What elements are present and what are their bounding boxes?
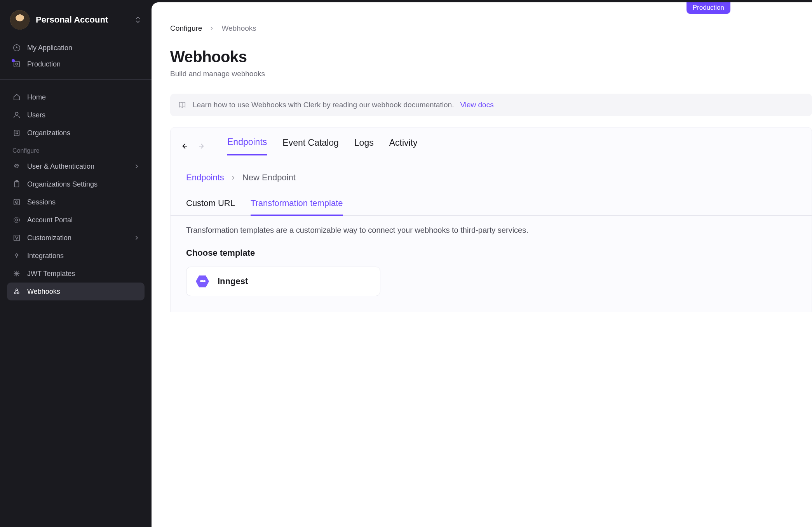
sidebar-item-label: Customization: [27, 234, 71, 242]
svg-rect-8: [17, 133, 18, 134]
webhook-icon: [12, 287, 21, 296]
svg-point-14: [14, 217, 20, 223]
account-switcher[interactable]: Personal Account: [0, 0, 152, 37]
main-content: Production Configure Webhooks Webhooks B…: [152, 2, 812, 527]
svg-point-17: [14, 292, 16, 294]
inner-crumb-endpoints[interactable]: Endpoints: [186, 173, 224, 183]
sidebar-item-label: Webhooks: [27, 288, 60, 296]
account-name: Personal Account: [36, 15, 128, 25]
sidebar-item-organizations[interactable]: Organizations: [7, 124, 145, 142]
tab-logs[interactable]: Logs: [354, 138, 374, 155]
inner-crumb-new-endpoint: New Endpoint: [242, 173, 296, 183]
organizations-icon: [12, 129, 21, 137]
panel-tabs: Endpoints Event Catalog Logs Activity: [171, 127, 812, 155]
sidebar-item-label: Home: [27, 93, 46, 101]
tab-endpoints[interactable]: Endpoints: [227, 137, 267, 155]
sidebar-item-label: User & Authentication: [27, 162, 94, 171]
svg-point-18: [17, 292, 19, 294]
sidebar-item-org-settings[interactable]: Organizations Settings: [7, 175, 145, 193]
template-card-inngest[interactable]: ••• Inngest: [186, 267, 380, 296]
jwt-icon: [12, 269, 21, 278]
sidebar-item-webhooks[interactable]: Webhooks: [7, 283, 145, 300]
sidebar-item-label: Organizations: [27, 129, 70, 137]
tab-activity[interactable]: Activity: [389, 138, 418, 155]
template-name: Inngest: [218, 276, 248, 286]
nav-back-button[interactable]: [180, 142, 188, 150]
breadcrumb-configure[interactable]: Configure: [170, 24, 202, 33]
avatar: [10, 10, 30, 30]
chevron-right-icon: [134, 164, 139, 169]
sidebar: Personal Account My Application Producti…: [0, 0, 152, 527]
chevron-right-icon: [210, 26, 214, 30]
inner-breadcrumb: Endpoints New Endpoint: [171, 155, 812, 183]
sidebar-item-label: Organizations Settings: [27, 180, 98, 188]
webhooks-panel: Endpoints Event Catalog Logs Activity En…: [170, 127, 812, 312]
sidebar-item-label: Users: [27, 111, 45, 119]
sidebar-item-user-auth[interactable]: User & Authentication: [7, 157, 145, 175]
chevron-right-icon: [231, 176, 235, 180]
transformation-description: Transformation templates are a customiza…: [171, 216, 812, 235]
sidebar-item-label: My Application: [27, 44, 72, 52]
fingerprint-icon: [12, 162, 21, 171]
breadcrumb-webhooks: Webhooks: [221, 24, 256, 33]
nav-forward-button: [198, 142, 206, 150]
updown-icon: [134, 16, 141, 23]
docs-text: Learn how to use Webhooks with Clerk by …: [193, 101, 454, 109]
page-subtitle: Build and manage webhooks: [170, 70, 812, 78]
svg-point-3: [15, 112, 18, 115]
environment-icon: [12, 60, 21, 68]
badge-dot-icon: [12, 59, 15, 62]
chevron-right-icon: [134, 236, 139, 240]
app-icon: [12, 44, 21, 52]
svg-rect-4: [14, 130, 19, 136]
svg-point-15: [16, 219, 18, 221]
svg-point-13: [16, 202, 17, 202]
sidebar-item-label: Account Portal: [27, 216, 73, 224]
sidebar-app-name[interactable]: My Application: [7, 40, 145, 56]
environment-badge: Production: [687, 2, 730, 14]
sidebar-item-integrations[interactable]: Integrations: [7, 247, 145, 265]
plug-icon: [12, 251, 21, 260]
sidebar-item-label: Integrations: [27, 252, 64, 260]
tab-event-catalog[interactable]: Event Catalog: [282, 138, 338, 155]
subtab-transformation-template[interactable]: Transformation template: [251, 198, 343, 216]
book-icon: [178, 101, 186, 109]
sidebar-item-label: Sessions: [27, 198, 56, 206]
subtabs: Custom URL Transformation template: [171, 183, 812, 216]
docs-callout: Learn how to use Webhooks with Clerk by …: [170, 94, 812, 116]
home-icon: [12, 93, 21, 101]
portal-icon: [12, 216, 21, 224]
page-title: Webhooks: [170, 48, 812, 66]
breadcrumb: Configure Webhooks: [170, 24, 812, 33]
subtab-custom-url[interactable]: Custom URL: [186, 198, 235, 215]
sidebar-item-home[interactable]: Home: [7, 88, 145, 106]
svg-rect-7: [16, 133, 16, 134]
sidebar-item-customization[interactable]: Customization: [7, 229, 145, 247]
sidebar-environment[interactable]: Production: [7, 56, 145, 72]
sidebar-item-account-portal[interactable]: Account Portal: [7, 211, 145, 229]
clipboard-icon: [12, 180, 21, 188]
svg-rect-1: [14, 61, 20, 67]
customization-icon: [12, 234, 21, 242]
inngest-icon: •••: [196, 275, 209, 288]
sidebar-item-label: Production: [27, 60, 61, 68]
view-docs-link[interactable]: View docs: [460, 101, 493, 109]
svg-rect-5: [16, 131, 16, 132]
section-label-configure: Configure: [7, 142, 145, 157]
sessions-icon: [12, 198, 21, 206]
sidebar-item-users[interactable]: Users: [7, 106, 145, 124]
sidebar-item-sessions[interactable]: Sessions: [7, 193, 145, 211]
svg-point-2: [16, 63, 18, 65]
sidebar-item-jwt-templates[interactable]: JWT Templates: [7, 265, 145, 283]
choose-template-label: Choose template: [171, 235, 812, 258]
users-icon: [12, 111, 21, 119]
svg-rect-6: [17, 131, 18, 132]
sidebar-item-label: JWT Templates: [27, 270, 75, 278]
